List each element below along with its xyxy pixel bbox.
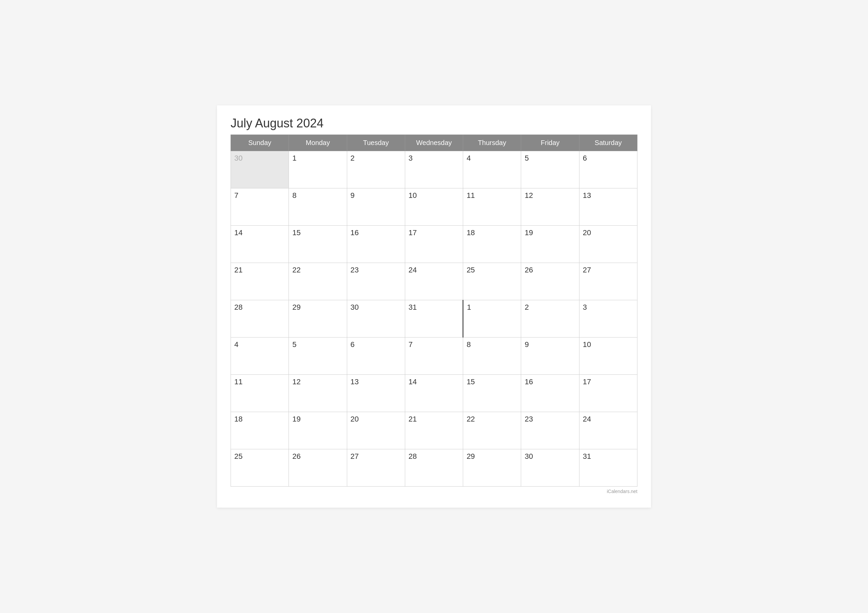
calendar-cell[interactable]: 23 [347,263,405,300]
calendar-cell[interactable]: 21 [231,263,289,300]
calendar-row: 18192021222324 [231,412,637,449]
calendar-cell[interactable]: 13 [347,375,405,412]
calendar-cell[interactable]: 22 [289,263,347,300]
calendar-row: 11121314151617 [231,375,637,412]
header-cell-tuesday: Tuesday [347,135,405,151]
calendar-cell[interactable]: 2 [347,151,405,189]
calendar-cell[interactable]: 24 [579,412,637,449]
calendar-cell[interactable]: 31 [579,449,637,487]
calendar-cell[interactable]: 7 [405,337,463,375]
calendar-cell[interactable]: 8 [289,189,347,226]
calendar-body: 3012345678910111213141516171819202122232… [231,151,637,487]
calendar-cell[interactable]: 11 [231,375,289,412]
calendar-cell[interactable]: 27 [579,263,637,300]
calendar-cell[interactable]: 26 [521,263,579,300]
header-row: SundayMondayTuesdayWednesdayThursdayFrid… [231,135,637,151]
calendar-row: 25262728293031 [231,449,637,487]
header-cell-friday: Friday [521,135,579,151]
calendar-cell[interactable]: 20 [579,226,637,263]
calendar-cell[interactable]: 28 [231,300,289,337]
calendar-container: July August 2024 SundayMondayTuesdayWedn… [217,105,651,508]
calendar-cell[interactable]: 16 [347,226,405,263]
calendar-cell[interactable]: 18 [463,226,521,263]
header-cell-sunday: Sunday [231,135,289,151]
calendar-cell[interactable]: 17 [405,226,463,263]
calendar-cell[interactable]: 8 [463,337,521,375]
calendar-cell[interactable]: 3 [405,151,463,189]
calendar-cell[interactable]: 23 [521,412,579,449]
calendar-cell[interactable]: 14 [231,226,289,263]
calendar-cell[interactable]: 18 [231,412,289,449]
calendar-cell[interactable]: 1 [463,300,521,337]
calendar-row: 78910111213 [231,189,637,226]
calendar-cell[interactable]: 26 [289,449,347,487]
calendar-row: 21222324252627 [231,263,637,300]
calendar-cell[interactable]: 22 [463,412,521,449]
calendar-cell[interactable]: 9 [347,189,405,226]
calendar-cell[interactable]: 11 [463,189,521,226]
calendar-cell[interactable]: 19 [289,412,347,449]
calendar-title: July August 2024 [231,116,637,130]
calendar-cell[interactable]: 1 [289,151,347,189]
calendar-cell[interactable]: 9 [521,337,579,375]
calendar-cell[interactable]: 24 [405,263,463,300]
calendar-cell[interactable]: 13 [579,189,637,226]
calendar-cell[interactable]: 6 [347,337,405,375]
watermark: iCalendars.net [231,489,637,494]
calendar-row: 28293031123 [231,300,637,337]
calendar-cell[interactable]: 5 [289,337,347,375]
calendar-cell[interactable]: 14 [405,375,463,412]
calendar-cell[interactable]: 17 [579,375,637,412]
calendar-cell[interactable]: 27 [347,449,405,487]
calendar-cell[interactable]: 10 [405,189,463,226]
calendar-cell[interactable]: 4 [231,337,289,375]
calendar-cell[interactable]: 25 [463,263,521,300]
header-cell-wednesday: Wednesday [405,135,463,151]
calendar-cell[interactable]: 15 [463,375,521,412]
calendar-cell[interactable]: 25 [231,449,289,487]
calendar-cell[interactable]: 29 [289,300,347,337]
calendar-cell[interactable]: 29 [463,449,521,487]
calendar-cell[interactable]: 12 [289,375,347,412]
calendar-cell[interactable]: 30 [521,449,579,487]
calendar-cell[interactable]: 6 [579,151,637,189]
calendar-cell[interactable]: 21 [405,412,463,449]
header-cell-monday: Monday [289,135,347,151]
header-cell-saturday: Saturday [579,135,637,151]
calendar-cell[interactable]: 19 [521,226,579,263]
calendar-cell[interactable]: 30 [231,151,289,189]
calendar-cell[interactable]: 10 [579,337,637,375]
calendar-row: 14151617181920 [231,226,637,263]
calendar-cell[interactable]: 28 [405,449,463,487]
calendar-cell[interactable]: 3 [579,300,637,337]
calendar-cell[interactable]: 5 [521,151,579,189]
calendar-cell[interactable]: 20 [347,412,405,449]
calendar-row: 45678910 [231,337,637,375]
calendar-cell[interactable]: 31 [405,300,463,337]
calendar-table: SundayMondayTuesdayWednesdayThursdayFrid… [231,135,637,487]
calendar-cell[interactable]: 16 [521,375,579,412]
calendar-cell[interactable]: 7 [231,189,289,226]
calendar-header: SundayMondayTuesdayWednesdayThursdayFrid… [231,135,637,151]
calendar-cell[interactable]: 12 [521,189,579,226]
calendar-cell[interactable]: 4 [463,151,521,189]
calendar-cell[interactable]: 2 [521,300,579,337]
header-cell-thursday: Thursday [463,135,521,151]
calendar-cell[interactable]: 15 [289,226,347,263]
calendar-cell[interactable]: 30 [347,300,405,337]
calendar-row: 30123456 [231,151,637,189]
